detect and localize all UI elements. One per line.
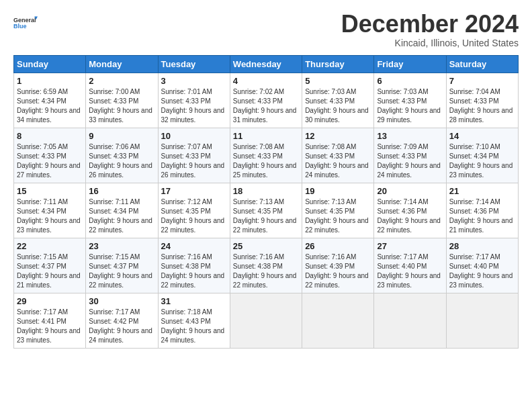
calendar-cell: 30 Sunrise: 7:17 AM Sunset: 4:42 PM Dayl… bbox=[86, 293, 158, 348]
day-number: 25 bbox=[233, 241, 299, 251]
calendar-cell: 1 Sunrise: 6:59 AM Sunset: 4:34 PM Dayli… bbox=[14, 73, 86, 128]
day-number: 24 bbox=[161, 241, 227, 251]
day-number: 26 bbox=[305, 241, 371, 251]
calendar-cell bbox=[302, 293, 374, 348]
cell-info: Sunrise: 7:17 AM Sunset: 4:41 PM Dayligh… bbox=[17, 308, 83, 345]
calendar-cell: 18 Sunrise: 7:13 AM Sunset: 4:35 PM Dayl… bbox=[230, 183, 302, 238]
calendar-cell: 19 Sunrise: 7:13 AM Sunset: 4:35 PM Dayl… bbox=[302, 183, 374, 238]
cell-info: Sunrise: 7:18 AM Sunset: 4:43 PM Dayligh… bbox=[161, 308, 227, 345]
cell-info: Sunrise: 7:09 AM Sunset: 4:33 PM Dayligh… bbox=[377, 142, 443, 180]
day-number: 1 bbox=[17, 76, 83, 86]
logo-icon: General Blue bbox=[13, 11, 38, 35]
calendar-cell: 24 Sunrise: 7:16 AM Sunset: 4:38 PM Dayl… bbox=[158, 238, 230, 293]
calendar-cell: 27 Sunrise: 7:17 AM Sunset: 4:40 PM Dayl… bbox=[374, 238, 446, 293]
cell-info: Sunrise: 7:13 AM Sunset: 4:35 PM Dayligh… bbox=[233, 197, 299, 235]
title-block: December 2024 Kincaid, Illinois, United … bbox=[341, 11, 519, 48]
day-number: 29 bbox=[17, 296, 83, 306]
weekday-header: Monday bbox=[86, 55, 158, 73]
calendar-cell: 10 Sunrise: 7:07 AM Sunset: 4:33 PM Dayl… bbox=[158, 128, 230, 183]
day-number: 22 bbox=[17, 241, 83, 251]
day-number: 27 bbox=[377, 241, 443, 251]
day-number: 18 bbox=[233, 186, 299, 196]
cell-info: Sunrise: 7:17 AM Sunset: 4:42 PM Dayligh… bbox=[89, 308, 154, 345]
month-title: December 2024 bbox=[341, 11, 519, 38]
cell-info: Sunrise: 7:06 AM Sunset: 4:33 PM Dayligh… bbox=[89, 142, 154, 180]
calendar-cell: 11 Sunrise: 7:08 AM Sunset: 4:33 PM Dayl… bbox=[230, 128, 302, 183]
day-number: 23 bbox=[89, 241, 154, 251]
day-number: 6 bbox=[377, 76, 443, 86]
calendar-cell: 21 Sunrise: 7:14 AM Sunset: 4:36 PM Dayl… bbox=[446, 183, 518, 238]
cell-info: Sunrise: 7:13 AM Sunset: 4:35 PM Dayligh… bbox=[305, 197, 371, 235]
cell-info: Sunrise: 7:15 AM Sunset: 4:37 PM Dayligh… bbox=[17, 253, 83, 290]
day-number: 21 bbox=[449, 186, 515, 196]
cell-info: Sunrise: 7:14 AM Sunset: 4:36 PM Dayligh… bbox=[449, 197, 515, 235]
location: Kincaid, Illinois, United States bbox=[341, 38, 519, 48]
calendar-cell: 17 Sunrise: 7:12 AM Sunset: 4:35 PM Dayl… bbox=[158, 183, 230, 238]
calendar-cell: 14 Sunrise: 7:10 AM Sunset: 4:34 PM Dayl… bbox=[446, 128, 518, 183]
day-number: 17 bbox=[161, 186, 227, 196]
weekday-header: Sunday bbox=[14, 55, 86, 73]
day-number: 15 bbox=[17, 186, 83, 196]
cell-info: Sunrise: 7:11 AM Sunset: 4:34 PM Dayligh… bbox=[17, 197, 83, 235]
day-number: 4 bbox=[233, 76, 299, 86]
day-number: 12 bbox=[305, 131, 371, 141]
calendar-cell: 3 Sunrise: 7:01 AM Sunset: 4:33 PM Dayli… bbox=[158, 73, 230, 128]
cell-info: Sunrise: 7:10 AM Sunset: 4:34 PM Dayligh… bbox=[449, 142, 515, 180]
calendar-cell: 31 Sunrise: 7:18 AM Sunset: 4:43 PM Dayl… bbox=[158, 293, 230, 348]
cell-info: Sunrise: 7:08 AM Sunset: 4:33 PM Dayligh… bbox=[233, 142, 299, 180]
cell-info: Sunrise: 7:07 AM Sunset: 4:33 PM Dayligh… bbox=[161, 142, 227, 180]
svg-text:Blue: Blue bbox=[13, 23, 27, 30]
weekday-header: Tuesday bbox=[158, 55, 230, 73]
cell-info: Sunrise: 7:11 AM Sunset: 4:34 PM Dayligh… bbox=[89, 197, 154, 235]
calendar-cell: 8 Sunrise: 7:05 AM Sunset: 4:33 PM Dayli… bbox=[14, 128, 86, 183]
cell-info: Sunrise: 7:04 AM Sunset: 4:33 PM Dayligh… bbox=[449, 87, 515, 125]
cell-info: Sunrise: 7:14 AM Sunset: 4:36 PM Dayligh… bbox=[377, 197, 443, 235]
cell-info: Sunrise: 7:12 AM Sunset: 4:35 PM Dayligh… bbox=[161, 197, 227, 235]
day-number: 19 bbox=[305, 186, 371, 196]
logo: General Blue bbox=[13, 11, 38, 35]
day-number: 8 bbox=[17, 131, 83, 141]
calendar-cell: 4 Sunrise: 7:02 AM Sunset: 4:33 PM Dayli… bbox=[230, 73, 302, 128]
svg-text:General: General bbox=[13, 17, 36, 24]
calendar-cell: 12 Sunrise: 7:08 AM Sunset: 4:33 PM Dayl… bbox=[302, 128, 374, 183]
cell-info: Sunrise: 7:17 AM Sunset: 4:40 PM Dayligh… bbox=[377, 253, 443, 290]
day-number: 13 bbox=[377, 131, 443, 141]
cell-info: Sunrise: 7:02 AM Sunset: 4:33 PM Dayligh… bbox=[233, 87, 299, 125]
calendar-cell: 13 Sunrise: 7:09 AM Sunset: 4:33 PM Dayl… bbox=[374, 128, 446, 183]
calendar-cell bbox=[230, 293, 302, 348]
calendar-cell: 28 Sunrise: 7:17 AM Sunset: 4:40 PM Dayl… bbox=[446, 238, 518, 293]
calendar-cell: 7 Sunrise: 7:04 AM Sunset: 4:33 PM Dayli… bbox=[446, 73, 518, 128]
calendar-cell: 6 Sunrise: 7:03 AM Sunset: 4:33 PM Dayli… bbox=[374, 73, 446, 128]
calendar-cell: 23 Sunrise: 7:15 AM Sunset: 4:37 PM Dayl… bbox=[86, 238, 158, 293]
cell-info: Sunrise: 6:59 AM Sunset: 4:34 PM Dayligh… bbox=[17, 87, 83, 125]
calendar-cell: 26 Sunrise: 7:16 AM Sunset: 4:39 PM Dayl… bbox=[302, 238, 374, 293]
cell-info: Sunrise: 7:16 AM Sunset: 4:39 PM Dayligh… bbox=[305, 253, 371, 290]
calendar-cell: 29 Sunrise: 7:17 AM Sunset: 4:41 PM Dayl… bbox=[14, 293, 86, 348]
calendar-cell bbox=[446, 293, 518, 348]
day-number: 3 bbox=[161, 76, 227, 86]
calendar-cell: 25 Sunrise: 7:16 AM Sunset: 4:38 PM Dayl… bbox=[230, 238, 302, 293]
day-number: 14 bbox=[449, 131, 515, 141]
calendar-cell: 16 Sunrise: 7:11 AM Sunset: 4:34 PM Dayl… bbox=[86, 183, 158, 238]
day-number: 28 bbox=[449, 241, 515, 251]
day-number: 7 bbox=[449, 76, 515, 86]
calendar-cell: 15 Sunrise: 7:11 AM Sunset: 4:34 PM Dayl… bbox=[14, 183, 86, 238]
day-number: 10 bbox=[161, 131, 227, 141]
cell-info: Sunrise: 7:15 AM Sunset: 4:37 PM Dayligh… bbox=[89, 253, 154, 290]
cell-info: Sunrise: 7:05 AM Sunset: 4:33 PM Dayligh… bbox=[17, 142, 83, 180]
calendar-table: SundayMondayTuesdayWednesdayThursdayFrid… bbox=[13, 55, 519, 349]
calendar-cell: 9 Sunrise: 7:06 AM Sunset: 4:33 PM Dayli… bbox=[86, 128, 158, 183]
day-number: 31 bbox=[161, 296, 227, 306]
day-number: 9 bbox=[89, 131, 154, 141]
day-number: 2 bbox=[89, 76, 154, 86]
cell-info: Sunrise: 7:03 AM Sunset: 4:33 PM Dayligh… bbox=[305, 87, 371, 125]
cell-info: Sunrise: 7:16 AM Sunset: 4:38 PM Dayligh… bbox=[233, 253, 299, 290]
cell-info: Sunrise: 7:00 AM Sunset: 4:33 PM Dayligh… bbox=[89, 87, 154, 125]
cell-info: Sunrise: 7:08 AM Sunset: 4:33 PM Dayligh… bbox=[305, 142, 371, 180]
calendar-cell: 5 Sunrise: 7:03 AM Sunset: 4:33 PM Dayli… bbox=[302, 73, 374, 128]
day-number: 20 bbox=[377, 186, 443, 196]
day-number: 30 bbox=[89, 296, 154, 306]
calendar-cell: 2 Sunrise: 7:00 AM Sunset: 4:33 PM Dayli… bbox=[86, 73, 158, 128]
day-number: 16 bbox=[89, 186, 154, 196]
weekday-header: Saturday bbox=[446, 55, 518, 73]
